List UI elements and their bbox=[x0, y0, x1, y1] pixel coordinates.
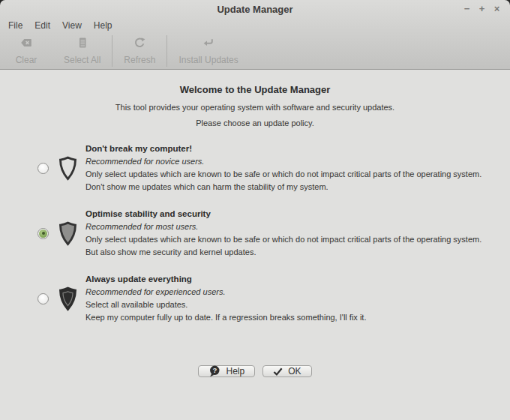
close-button[interactable]: × bbox=[490, 2, 503, 16]
policy-radio[interactable] bbox=[38, 228, 49, 239]
minimize-button[interactable]: − bbox=[460, 2, 473, 16]
menubar: File Edit View Help bbox=[0, 18, 510, 33]
welcome-heading: Welcome to the Update Manager bbox=[0, 84, 510, 95]
main-content: Welcome to the Update Manager This tool … bbox=[0, 70, 510, 420]
policy-option-always-update: Always update everything Recommended for… bbox=[0, 273, 510, 324]
refresh-button[interactable]: Refresh bbox=[112, 33, 166, 69]
update-manager-window: Update Manager − + × File Edit View Help bbox=[0, 0, 510, 420]
ok-button-label: OK bbox=[288, 366, 301, 376]
policy-title: Don't break my computer! bbox=[86, 142, 482, 155]
check-icon bbox=[273, 367, 283, 376]
window-title: Update Manager bbox=[0, 4, 510, 15]
select-all-button[interactable]: Select All bbox=[52, 33, 112, 69]
policy-description-line: Select all available updates. bbox=[86, 298, 366, 311]
window-header: Update Manager − + × File Edit View Help bbox=[0, 0, 510, 70]
toolbar: Clear Select All bbox=[0, 33, 510, 69]
install-updates-button[interactable]: Install Updates bbox=[167, 33, 249, 69]
window-controls: − + × bbox=[460, 2, 510, 16]
help-button[interactable]: ? Help bbox=[198, 365, 255, 377]
menu-file[interactable]: File bbox=[2, 19, 28, 32]
install-updates-icon bbox=[202, 37, 214, 51]
svg-text:?: ? bbox=[213, 366, 218, 374]
policy-option-dont-break: Don't break my computer! Recommended for… bbox=[0, 142, 510, 194]
refresh-label: Refresh bbox=[124, 55, 155, 65]
clear-button[interactable]: Clear bbox=[0, 33, 52, 69]
policy-recommendation: Recommended for most users. bbox=[86, 220, 482, 233]
policy-list: Don't break my computer! Recommended for… bbox=[0, 142, 510, 324]
maximize-button[interactable]: + bbox=[476, 2, 488, 16]
shield-full-icon bbox=[58, 286, 78, 311]
policy-title: Optimise stability and security bbox=[86, 208, 482, 220]
policy-description-line: Only select updates which are known to b… bbox=[86, 233, 482, 246]
policy-description-line: Only select updates which are known to b… bbox=[86, 168, 482, 181]
dialog-buttons: ? Help OK bbox=[0, 365, 510, 377]
welcome-subtitle: This tool provides your operating system… bbox=[0, 103, 510, 112]
policy-text: Don't break my computer! Recommended for… bbox=[86, 142, 482, 194]
install-updates-label: Install Updates bbox=[178, 55, 238, 65]
policy-description-line: Don't show me updates which can harm the… bbox=[86, 181, 482, 194]
menu-edit[interactable]: Edit bbox=[28, 19, 56, 32]
select-all-label: Select All bbox=[64, 55, 100, 65]
policy-text: Always update everything Recommended for… bbox=[86, 273, 366, 324]
shield-half-icon bbox=[58, 221, 78, 246]
clear-label: Clear bbox=[16, 55, 38, 65]
policy-option-optimise: Optimise stability and security Recommen… bbox=[0, 208, 510, 259]
help-button-label: Help bbox=[226, 366, 244, 376]
policy-radio[interactable] bbox=[38, 163, 49, 174]
policy-recommendation: Recommended for experienced users. bbox=[86, 286, 366, 298]
welcome-instruction: Please choose an update policy. bbox=[0, 118, 510, 128]
policy-title: Always update everything bbox=[86, 273, 366, 286]
policy-recommendation: Recommended for novice users. bbox=[86, 155, 482, 168]
menu-help[interactable]: Help bbox=[88, 19, 118, 32]
refresh-icon bbox=[134, 37, 146, 51]
policy-description-line: Keep my computer fully up to date. If a … bbox=[86, 311, 366, 324]
policy-radio[interactable] bbox=[38, 293, 49, 304]
titlebar[interactable]: Update Manager − + × bbox=[0, 0, 510, 18]
policy-description-line: But also show me security and kernel upd… bbox=[86, 246, 482, 259]
clear-icon bbox=[20, 37, 32, 51]
shield-outline-icon bbox=[58, 156, 78, 181]
ok-button[interactable]: OK bbox=[262, 365, 311, 377]
select-all-icon bbox=[76, 37, 88, 51]
question-bubble-icon: ? bbox=[208, 365, 220, 377]
menu-view[interactable]: View bbox=[56, 19, 88, 32]
policy-text: Optimise stability and security Recommen… bbox=[86, 208, 482, 259]
